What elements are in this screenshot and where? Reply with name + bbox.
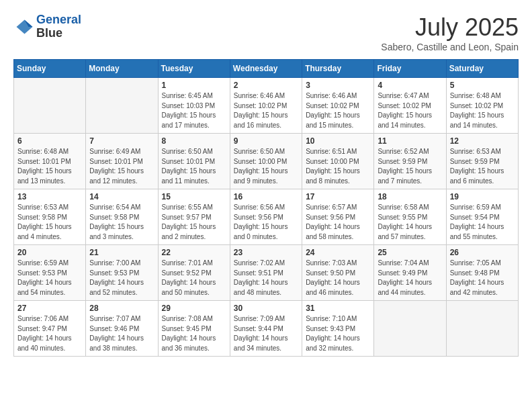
day-number: 6 xyxy=(17,136,82,146)
weekday-header-tuesday: Tuesday xyxy=(158,60,230,78)
calendar-cell: 13Sunrise: 6:53 AM Sunset: 9:58 PM Dayli… xyxy=(14,189,86,245)
day-info: Sunrise: 6:48 AM Sunset: 10:01 PM Daylig… xyxy=(17,147,82,186)
day-number: 27 xyxy=(17,304,82,313)
day-info: Sunrise: 7:01 AM Sunset: 9:52 PM Dayligh… xyxy=(162,259,226,298)
day-info: Sunrise: 7:05 AM Sunset: 9:48 PM Dayligh… xyxy=(450,259,515,298)
page-header: General Blue July 2025 Sabero, Castille … xyxy=(13,13,519,52)
day-info: Sunrise: 6:52 AM Sunset: 9:59 PM Dayligh… xyxy=(378,147,442,186)
day-number: 21 xyxy=(89,248,154,257)
day-number: 24 xyxy=(306,248,370,257)
logo-icon xyxy=(13,17,34,37)
day-number: 26 xyxy=(450,248,515,257)
day-info: Sunrise: 6:49 AM Sunset: 10:01 PM Daylig… xyxy=(89,147,154,186)
day-info: Sunrise: 6:46 AM Sunset: 10:02 PM Daylig… xyxy=(306,91,370,130)
weekday-header-friday: Friday xyxy=(374,60,446,78)
day-number: 17 xyxy=(306,192,370,201)
calendar-cell: 23Sunrise: 7:02 AM Sunset: 9:51 PM Dayli… xyxy=(230,245,302,301)
day-info: Sunrise: 7:09 AM Sunset: 9:44 PM Dayligh… xyxy=(234,314,298,353)
day-number: 5 xyxy=(450,81,515,90)
weekday-header-sunday: Sunday xyxy=(14,60,86,78)
calendar-cell xyxy=(446,301,518,357)
day-info: Sunrise: 7:00 AM Sunset: 9:53 PM Dayligh… xyxy=(89,259,154,298)
calendar-cell: 26Sunrise: 7:05 AM Sunset: 9:48 PM Dayli… xyxy=(446,245,518,301)
day-info: Sunrise: 6:53 AM Sunset: 9:59 PM Dayligh… xyxy=(450,147,515,186)
day-number: 10 xyxy=(306,136,370,146)
calendar-cell: 14Sunrise: 6:54 AM Sunset: 9:58 PM Dayli… xyxy=(86,189,158,245)
day-info: Sunrise: 6:53 AM Sunset: 9:58 PM Dayligh… xyxy=(17,203,82,242)
day-info: Sunrise: 6:51 AM Sunset: 10:00 PM Daylig… xyxy=(306,147,370,186)
day-number: 7 xyxy=(89,136,154,146)
day-info: Sunrise: 7:08 AM Sunset: 9:45 PM Dayligh… xyxy=(162,314,226,353)
day-number: 22 xyxy=(162,248,226,257)
day-number: 20 xyxy=(17,248,82,257)
day-info: Sunrise: 6:59 AM Sunset: 9:53 PM Dayligh… xyxy=(17,259,82,298)
day-number: 29 xyxy=(162,304,226,313)
day-number: 25 xyxy=(378,248,442,257)
day-number: 19 xyxy=(450,192,515,201)
calendar-cell: 9Sunrise: 6:50 AM Sunset: 10:00 PM Dayli… xyxy=(230,134,302,189)
calendar-cell xyxy=(14,78,86,134)
day-info: Sunrise: 7:04 AM Sunset: 9:49 PM Dayligh… xyxy=(378,259,442,298)
day-number: 1 xyxy=(162,81,226,90)
calendar-cell: 16Sunrise: 6:56 AM Sunset: 9:56 PM Dayli… xyxy=(230,189,302,245)
day-number: 3 xyxy=(306,81,370,90)
day-info: Sunrise: 6:59 AM Sunset: 9:54 PM Dayligh… xyxy=(450,203,515,242)
day-info: Sunrise: 6:50 AM Sunset: 10:01 PM Daylig… xyxy=(162,147,226,186)
week-row-5: 27Sunrise: 7:06 AM Sunset: 9:47 PM Dayli… xyxy=(14,301,519,357)
day-number: 2 xyxy=(234,81,298,90)
calendar-cell: 21Sunrise: 7:00 AM Sunset: 9:53 PM Dayli… xyxy=(86,245,158,301)
day-number: 16 xyxy=(234,192,298,201)
week-row-2: 6Sunrise: 6:48 AM Sunset: 10:01 PM Dayli… xyxy=(14,134,519,189)
calendar-cell: 18Sunrise: 6:58 AM Sunset: 9:55 PM Dayli… xyxy=(374,189,446,245)
calendar-cell xyxy=(374,301,446,357)
day-number: 13 xyxy=(17,192,82,201)
day-number: 15 xyxy=(162,192,226,201)
day-info: Sunrise: 6:56 AM Sunset: 9:56 PM Dayligh… xyxy=(234,203,298,242)
calendar-cell: 8Sunrise: 6:50 AM Sunset: 10:01 PM Dayli… xyxy=(158,134,230,189)
day-number: 8 xyxy=(162,136,226,146)
weekday-header-wednesday: Wednesday xyxy=(230,60,302,78)
calendar-cell: 30Sunrise: 7:09 AM Sunset: 9:44 PM Dayli… xyxy=(230,301,302,357)
calendar-cell: 4Sunrise: 6:47 AM Sunset: 10:02 PM Dayli… xyxy=(374,78,446,134)
calendar-table: SundayMondayTuesdayWednesdayThursdayFrid… xyxy=(13,59,519,357)
calendar-cell: 6Sunrise: 6:48 AM Sunset: 10:01 PM Dayli… xyxy=(14,134,86,189)
calendar-cell xyxy=(86,78,158,134)
calendar-cell: 24Sunrise: 7:03 AM Sunset: 9:50 PM Dayli… xyxy=(302,245,374,301)
day-number: 30 xyxy=(234,304,298,313)
calendar-cell: 22Sunrise: 7:01 AM Sunset: 9:52 PM Dayli… xyxy=(158,245,230,301)
calendar-cell: 29Sunrise: 7:08 AM Sunset: 9:45 PM Dayli… xyxy=(158,301,230,357)
day-number: 18 xyxy=(378,192,442,201)
logo: General Blue xyxy=(13,13,81,40)
day-info: Sunrise: 6:48 AM Sunset: 10:02 PM Daylig… xyxy=(450,91,515,130)
month-title: July 2025 xyxy=(381,13,519,42)
calendar-cell: 7Sunrise: 6:49 AM Sunset: 10:01 PM Dayli… xyxy=(86,134,158,189)
location: Sabero, Castille and Leon, Spain xyxy=(381,42,519,52)
calendar-cell: 2Sunrise: 6:46 AM Sunset: 10:02 PM Dayli… xyxy=(230,78,302,134)
calendar-cell: 28Sunrise: 7:07 AM Sunset: 9:46 PM Dayli… xyxy=(86,301,158,357)
day-info: Sunrise: 7:07 AM Sunset: 9:46 PM Dayligh… xyxy=(89,314,154,353)
weekday-header-row: SundayMondayTuesdayWednesdayThursdayFrid… xyxy=(14,60,519,78)
calendar-cell: 17Sunrise: 6:57 AM Sunset: 9:56 PM Dayli… xyxy=(302,189,374,245)
day-info: Sunrise: 7:03 AM Sunset: 9:50 PM Dayligh… xyxy=(306,259,370,298)
week-row-1: 1Sunrise: 6:45 AM Sunset: 10:03 PM Dayli… xyxy=(14,78,519,134)
week-row-4: 20Sunrise: 6:59 AM Sunset: 9:53 PM Dayli… xyxy=(14,245,519,301)
day-info: Sunrise: 6:57 AM Sunset: 9:56 PM Dayligh… xyxy=(306,203,370,242)
logo-line2: Blue xyxy=(36,27,81,40)
day-number: 31 xyxy=(306,304,370,313)
calendar-cell: 5Sunrise: 6:48 AM Sunset: 10:02 PM Dayli… xyxy=(446,78,518,134)
calendar-body: 1Sunrise: 6:45 AM Sunset: 10:03 PM Dayli… xyxy=(14,78,519,357)
day-number: 11 xyxy=(378,136,442,146)
day-info: Sunrise: 6:47 AM Sunset: 10:02 PM Daylig… xyxy=(378,91,442,130)
day-info: Sunrise: 7:02 AM Sunset: 9:51 PM Dayligh… xyxy=(234,259,298,298)
title-block: July 2025 Sabero, Castille and Leon, Spa… xyxy=(381,13,519,52)
weekday-header-thursday: Thursday xyxy=(302,60,374,78)
day-number: 9 xyxy=(234,136,298,146)
day-info: Sunrise: 7:06 AM Sunset: 9:47 PM Dayligh… xyxy=(17,314,82,353)
day-info: Sunrise: 6:54 AM Sunset: 9:58 PM Dayligh… xyxy=(89,203,154,242)
day-info: Sunrise: 6:50 AM Sunset: 10:00 PM Daylig… xyxy=(234,147,298,186)
day-info: Sunrise: 6:58 AM Sunset: 9:55 PM Dayligh… xyxy=(378,203,442,242)
calendar-cell: 12Sunrise: 6:53 AM Sunset: 9:59 PM Dayli… xyxy=(446,134,518,189)
day-info: Sunrise: 6:45 AM Sunset: 10:03 PM Daylig… xyxy=(162,91,226,130)
week-row-3: 13Sunrise: 6:53 AM Sunset: 9:58 PM Dayli… xyxy=(14,189,519,245)
calendar-cell: 10Sunrise: 6:51 AM Sunset: 10:00 PM Dayl… xyxy=(302,134,374,189)
